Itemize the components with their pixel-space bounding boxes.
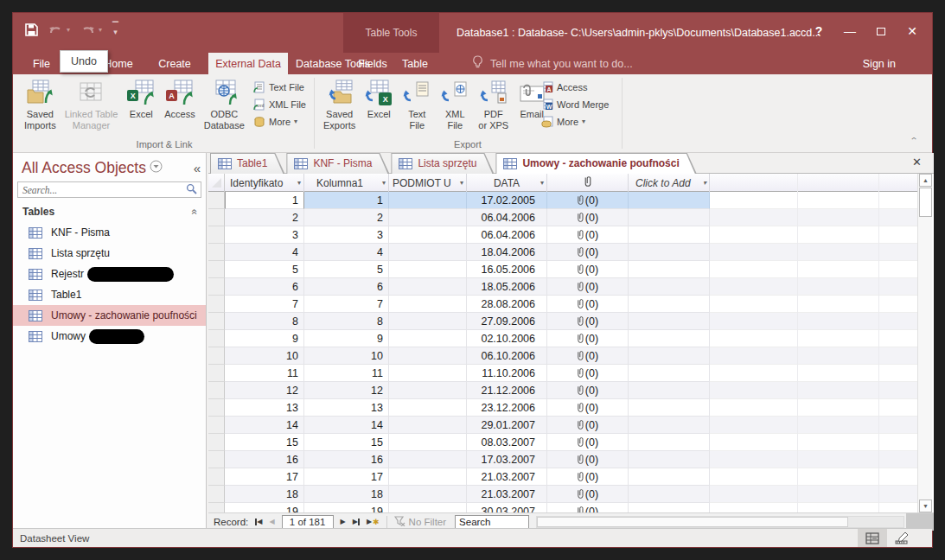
cell-identyfikator[interactable]: 14 — [225, 417, 304, 434]
cell-click-to-add[interactable] — [629, 434, 710, 451]
cell-podmiot[interactable] — [389, 313, 467, 330]
cell-attachments[interactable]: (0) — [547, 417, 629, 434]
export-excel-button[interactable]: X Excel — [361, 78, 396, 122]
cell-kolumna1[interactable]: 11 — [304, 365, 389, 382]
nav-search-box[interactable]: Search... — [17, 181, 201, 198]
cell-attachments[interactable]: (0) — [547, 486, 629, 503]
scroll-up-icon[interactable]: ▲ — [919, 174, 932, 187]
document-tab[interactable]: KNF - Pisma — [286, 153, 389, 174]
undo-button[interactable] — [48, 24, 63, 35]
nav-item[interactable]: Rejestr — [13, 264, 206, 284]
cell-attachments[interactable]: (0) — [547, 382, 629, 399]
cell-identyfikator[interactable]: 11 — [225, 365, 304, 382]
horizontal-scrollbar[interactable] — [536, 516, 904, 528]
row-selector[interactable] — [208, 468, 225, 486]
cell-identyfikator[interactable]: 3 — [225, 226, 304, 244]
record-search-input[interactable]: Search — [455, 515, 529, 529]
cell-data[interactable]: 17.02.2005 — [467, 192, 547, 209]
document-tab[interactable]: Table1 — [210, 153, 284, 174]
cell-click-to-add[interactable] — [629, 365, 710, 382]
undo-dropdown-icon[interactable]: ▾ — [67, 26, 70, 34]
cell-podmiot[interactable] — [389, 434, 467, 451]
document-tab[interactable]: Lista sprzętu — [391, 153, 494, 174]
nav-group-tables[interactable]: Tables « — [13, 203, 206, 220]
cell-click-to-add[interactable] — [629, 261, 710, 278]
new-record-button[interactable]: ▶✱ — [367, 518, 380, 526]
cell-podmiot[interactable] — [389, 451, 467, 468]
save-icon[interactable] — [25, 23, 38, 36]
import-excel-button[interactable]: X Excel — [124, 78, 158, 122]
cell-click-to-add[interactable] — [629, 417, 710, 434]
cell-kolumna1[interactable]: 10 — [304, 347, 389, 365]
cell-click-to-add[interactable] — [629, 330, 710, 347]
cell-data[interactable]: 21.12.2006 — [467, 382, 547, 399]
cell-data[interactable]: 23.12.2006 — [467, 399, 547, 417]
collapse-ribbon-icon[interactable]: ⌃ — [910, 136, 918, 145]
datasheet-view-button[interactable] — [858, 529, 887, 547]
cell-podmiot[interactable] — [389, 347, 467, 365]
cell-attachments[interactable]: (0) — [547, 278, 629, 296]
tab-file[interactable]: File — [25, 53, 58, 74]
help-button[interactable]: ? — [806, 18, 832, 44]
cell-data[interactable]: 17.03.2007 — [467, 451, 547, 468]
cell-click-to-add[interactable] — [629, 313, 710, 330]
cell-attachments[interactable]: (0) — [547, 244, 629, 261]
import-odbc-button[interactable]: ODBC Database — [201, 78, 247, 133]
cell-attachments[interactable]: (0) — [547, 296, 629, 313]
cell-data[interactable]: 21.03.2007 — [467, 468, 547, 486]
cell-attachments[interactable]: (0) — [547, 399, 629, 417]
tab-create[interactable]: Create — [150, 53, 200, 74]
cell-data[interactable]: 02.10.2006 — [467, 330, 547, 347]
nav-item[interactable]: KNF - Pisma — [13, 222, 206, 243]
cell-kolumna1[interactable]: 5 — [304, 261, 389, 278]
cell-identyfikator[interactable]: 2 — [225, 209, 304, 226]
cell-identyfikator[interactable]: 6 — [225, 278, 304, 296]
cell-kolumna1[interactable]: 13 — [304, 399, 389, 417]
cell-identyfikator[interactable]: 4 — [225, 244, 304, 261]
row-selector[interactable] — [208, 365, 225, 382]
cell-identyfikator[interactable]: 9 — [225, 330, 304, 347]
cell-identyfikator[interactable]: 12 — [225, 382, 304, 399]
customize-qat-icon[interactable]: ▔▾ — [112, 23, 118, 35]
cell-data[interactable]: 27.09.2006 — [467, 313, 547, 330]
next-record-button[interactable]: ▶ — [341, 518, 346, 525]
cell-kolumna1[interactable]: 17 — [304, 468, 389, 486]
cell-kolumna1[interactable]: 6 — [304, 278, 389, 296]
cell-attachments[interactable]: (0) — [547, 226, 629, 244]
first-record-button[interactable]: ◀ — [255, 518, 262, 525]
cell-kolumna1[interactable]: 15 — [304, 434, 389, 451]
cell-identyfikator[interactable]: 13 — [225, 399, 304, 417]
cell-attachments[interactable]: (0) — [547, 330, 629, 347]
column-header-kolumna1[interactable]: Kolumna1▾ — [304, 174, 389, 192]
nav-item[interactable]: Umowy - zachowanie poufności — [13, 305, 206, 326]
tab-fields[interactable]: Fields — [353, 53, 393, 74]
shutter-bar-close-icon[interactable]: « — [194, 161, 201, 175]
cell-data[interactable]: 06.10.2006 — [467, 347, 547, 365]
vertical-scrollbar[interactable]: ▲ ▼ — [917, 174, 932, 512]
row-selector[interactable] — [208, 209, 225, 226]
cell-data[interactable]: 06.04.2006 — [467, 226, 547, 244]
cell-identyfikator[interactable]: 15 — [225, 434, 304, 451]
row-selector[interactable] — [208, 192, 225, 209]
vertical-scroll-thumb[interactable] — [919, 188, 932, 217]
cell-click-to-add[interactable] — [629, 451, 710, 468]
row-selector[interactable] — [208, 382, 225, 399]
cell-attachments[interactable]: (0) — [547, 451, 629, 468]
export-word-merge-button[interactable]: W Word Merge — [540, 97, 609, 111]
cell-podmiot[interactable] — [389, 244, 467, 261]
cell-click-to-add[interactable] — [629, 226, 710, 244]
row-selector[interactable] — [208, 330, 225, 347]
cell-data[interactable]: 16.05.2006 — [467, 261, 547, 278]
cell-identyfikator[interactable]: 10 — [225, 347, 304, 365]
cell-kolumna1[interactable]: 1 — [304, 192, 389, 209]
cell-podmiot[interactable] — [389, 399, 467, 417]
export-text-file-button[interactable]: Text File — [399, 78, 434, 133]
cell-kolumna1[interactable]: 2 — [304, 209, 389, 226]
cell-podmiot[interactable] — [389, 417, 467, 434]
cell-podmiot[interactable] — [389, 503, 467, 512]
tab-external-data[interactable]: External Data — [208, 53, 288, 74]
nav-pane-menu-icon[interactable] — [150, 160, 163, 176]
cell-kolumna1[interactable]: 16 — [304, 451, 389, 468]
cell-kolumna1[interactable]: 7 — [304, 296, 389, 313]
row-selector[interactable] — [208, 486, 225, 503]
